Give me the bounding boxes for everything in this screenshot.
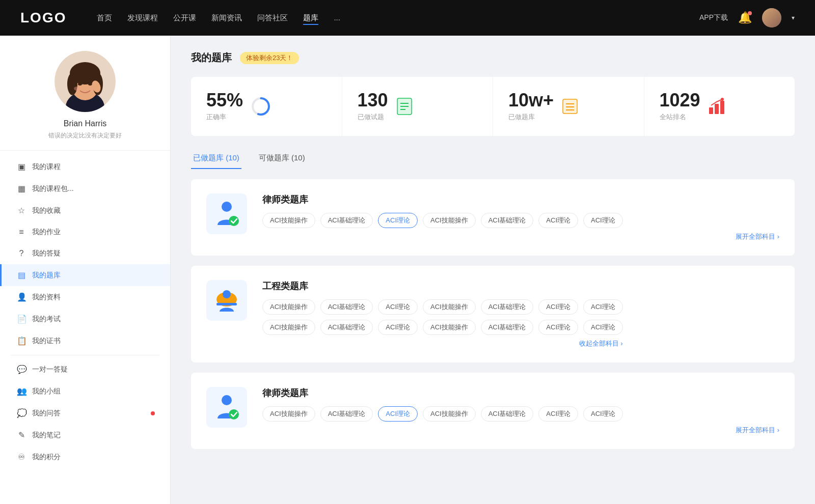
collect-icon: ☆: [17, 206, 26, 215]
sidebar-menu: ▣ 我的课程 ▦ 我的课程包... ☆ 我的收藏 ≡ 我的作业 ? 我的答疑 ▤…: [0, 151, 170, 473]
sidebar-label-my-bank: 我的题库: [32, 271, 155, 280]
nav-discover[interactable]: 发现课程: [127, 11, 158, 25]
eng-tag-2[interactable]: ACI理论: [378, 299, 418, 315]
eng-tag-0[interactable]: ACI技能操作: [262, 299, 315, 315]
sidebar-item-my-notes[interactable]: ✎ 我的笔记: [0, 424, 170, 446]
stat-done-questions: 130 已做试题: [342, 77, 494, 136]
user-avatar[interactable]: [762, 8, 781, 27]
tag-5[interactable]: ACI理论: [538, 213, 578, 228]
bank-icon: ▤: [17, 270, 26, 280]
collapse-link-engineer[interactable]: 收起全部科目 ›: [262, 335, 623, 348]
lawyer-svg-icon: [212, 200, 241, 228]
tag-4[interactable]: ACI基础理论: [481, 213, 534, 228]
sidebar-item-my-qa[interactable]: 💭 我的问答: [0, 402, 170, 424]
user-dropdown-arrow[interactable]: ▾: [792, 14, 795, 21]
engineer-svg-icon: [212, 286, 241, 315]
course-pkg-icon: ▦: [17, 184, 26, 193]
nav-home[interactable]: 首页: [97, 11, 112, 25]
stat-correct-rate: 55% 正确率: [191, 77, 342, 136]
bank-name-engineer: 工程类题库: [262, 280, 623, 292]
sidebar-item-my-collect[interactable]: ☆ 我的收藏: [0, 200, 170, 221]
l2-tag-0[interactable]: ACI技能操作: [262, 406, 315, 422]
sidebar-item-my-points[interactable]: ♾ 我的积分: [0, 446, 170, 468]
page-title: 我的题库: [191, 51, 232, 65]
sidebar-item-my-profile[interactable]: 👤 我的资料: [0, 286, 170, 308]
sidebar-label-my-homework: 我的作业: [32, 228, 155, 237]
eng2-tag-3[interactable]: ACI技能操作: [423, 320, 476, 335]
l2-tag-5[interactable]: ACI理论: [538, 406, 578, 422]
app-download-link[interactable]: APP下载: [699, 13, 728, 22]
svg-point-27: [721, 98, 724, 101]
eng-tag-1[interactable]: ACI基础理论: [320, 299, 373, 315]
sidebar-label-my-group: 我的小组: [32, 387, 155, 396]
l2-tag-1[interactable]: ACI基础理论: [320, 406, 373, 422]
bank-name-lawyer-1: 律师类题库: [262, 193, 779, 206]
l2-tag-4[interactable]: ACI基础理论: [481, 406, 534, 422]
eng-tag-3[interactable]: ACI技能操作: [423, 299, 476, 315]
bank-info-lawyer-1: 律师类题库 ACI技能操作 ACI基础理论 ACI理论 ACI技能操作 ACI基…: [262, 193, 779, 241]
stat-number-banks: 10w+: [508, 91, 554, 109]
nav-more[interactable]: ...: [334, 11, 340, 25]
stat-done-banks: 10w+ 已做题库: [493, 77, 644, 136]
sidebar-item-my-group[interactable]: 👥 我的小组: [0, 380, 170, 402]
notification-bell[interactable]: 🔔: [738, 11, 752, 24]
l2-tag-6[interactable]: ACI理论: [583, 406, 623, 422]
svg-rect-24: [709, 107, 713, 114]
sidebar-divider: [10, 355, 160, 355]
tags-row-lawyer-2: ACI技能操作 ACI基础理论 ACI理论 ACI技能操作 ACI基础理论 AC…: [262, 406, 779, 422]
eng2-tag-0[interactable]: ACI技能操作: [262, 320, 315, 335]
notes-icon: ✎: [17, 430, 26, 440]
sidebar-item-my-bank[interactable]: ▤ 我的题库: [0, 264, 170, 286]
sidebar-item-my-course[interactable]: ▣ 我的课程: [0, 156, 170, 178]
svg-point-35: [229, 409, 239, 419]
sidebar-item-my-cert[interactable]: 📋 我的证书: [0, 330, 170, 352]
eng2-tag-4[interactable]: ACI基础理论: [481, 320, 534, 335]
l2-tag-2[interactable]: ACI理论: [378, 406, 418, 422]
stats-row: 55% 正确率 130 已做试题: [191, 77, 795, 136]
stat-text-banks: 10w+ 已做题库: [508, 91, 554, 122]
svg-point-7: [78, 82, 82, 86]
nav-links: 首页 发现课程 公开课 新闻资讯 问答社区 题库 ...: [97, 11, 699, 25]
eng2-tag-5[interactable]: ACI理论: [538, 320, 578, 335]
tab-done-banks[interactable]: 已做题库 (10): [191, 148, 241, 169]
sidebar-label-my-collect: 我的收藏: [32, 206, 155, 215]
sidebar-item-my-course-pkg[interactable]: ▦ 我的课程包...: [0, 178, 170, 200]
expand-link-lawyer-1[interactable]: 展开全部科目 ›: [262, 228, 779, 241]
tag-1[interactable]: ACI基础理论: [320, 213, 373, 228]
eng2-tag-2[interactable]: ACI理论: [378, 320, 418, 335]
svg-rect-32: [216, 303, 237, 305]
sidebar-item-my-exam[interactable]: 📄 我的考试: [0, 308, 170, 330]
bank-info-engineer: 工程类题库 ACI技能操作 ACI基础理论 ACI理论 ACI技能操作 ACI基…: [262, 280, 623, 348]
nav-qa[interactable]: 问答社区: [257, 11, 288, 25]
tag-3[interactable]: ACI技能操作: [423, 213, 476, 228]
eng-tag-4[interactable]: ACI基础理论: [481, 299, 534, 315]
sidebar-label-my-notes: 我的笔记: [32, 431, 155, 440]
nav-open-course[interactable]: 公开课: [173, 11, 196, 25]
stat-text-rank: 1029 全站排名: [660, 91, 700, 122]
stat-label-rank: 全站排名: [660, 113, 700, 122]
sidebar-item-my-homework[interactable]: ≡ 我的作业: [0, 221, 170, 243]
tag-0[interactable]: ACI技能操作: [262, 213, 315, 228]
eng-tag-5[interactable]: ACI理论: [538, 299, 578, 315]
l2-tag-3[interactable]: ACI技能操作: [423, 406, 476, 422]
sidebar-label-my-qa: 我的问答: [32, 409, 143, 418]
tag-6[interactable]: ACI理论: [583, 213, 623, 228]
sidebar-item-one-on-one[interactable]: 💬 一对一答疑: [0, 358, 170, 380]
tab-available-banks[interactable]: 可做题库 (10): [257, 148, 307, 169]
sidebar-item-my-question[interactable]: ? 我的答疑: [0, 243, 170, 264]
tags-row-lawyer-1: ACI技能操作 ACI基础理论 ACI理论 ACI技能操作 ACI基础理论 AC…: [262, 213, 779, 228]
stat-rank: 1029 全站排名: [644, 77, 795, 136]
rank-icon: [708, 97, 726, 116]
points-icon: ♾: [17, 452, 26, 462]
nav-bank[interactable]: 题库: [303, 11, 318, 25]
eng2-tag-6[interactable]: ACI理论: [583, 320, 623, 335]
tag-2[interactable]: ACI理论: [378, 213, 418, 228]
svg-point-8: [88, 82, 92, 86]
nav-news[interactable]: 新闻资讯: [211, 11, 242, 25]
sidebar-motto: 错误的决定比没有决定要好: [48, 131, 122, 140]
eng-tag-6[interactable]: ACI理论: [583, 299, 623, 315]
bank-card-engineer: 工程类题库 ACI技能操作 ACI基础理论 ACI理论 ACI技能操作 ACI基…: [191, 266, 795, 362]
eng2-tag-1[interactable]: ACI基础理论: [320, 320, 373, 335]
engineer-top-row: 工程类题库 ACI技能操作 ACI基础理论 ACI理论 ACI技能操作 ACI基…: [206, 280, 623, 348]
expand-link-lawyer-2[interactable]: 展开全部科目 ›: [262, 422, 779, 435]
